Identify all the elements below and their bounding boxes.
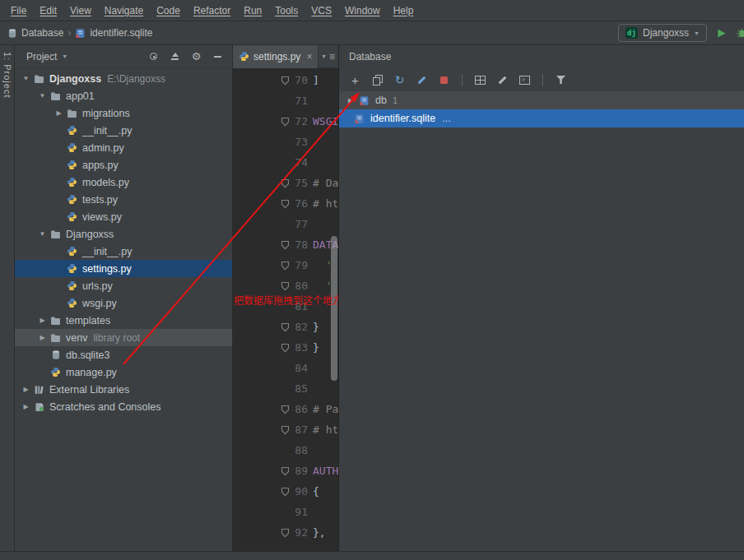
close-icon[interactable]: ×: [306, 51, 312, 62]
edit-icon[interactable]: [495, 73, 509, 87]
chevron-icon[interactable]: ▼: [20, 75, 32, 82]
menu-item-tools[interactable]: Tools: [269, 3, 304, 18]
menu-item-view[interactable]: View: [64, 3, 97, 18]
menu-item-vcs[interactable]: VCS: [305, 3, 337, 18]
menu-item-code[interactable]: Code: [151, 3, 186, 18]
chevron-icon[interactable]: ▶: [36, 317, 49, 324]
editor-line[interactable]: 86# Pass: [233, 399, 338, 419]
editor-line[interactable]: 91: [233, 502, 338, 522]
tree-item-external-libraries[interactable]: ▶External Libraries: [15, 381, 232, 398]
editor-line[interactable]: 70]: [233, 70, 338, 90]
line-number: 82: [291, 321, 308, 333]
tab-settings-py[interactable]: settings.py ×: [233, 45, 319, 68]
db-row-label: db: [375, 95, 387, 106]
editor-line[interactable]: 73: [233, 132, 338, 152]
chevron-icon[interactable]: ▶: [20, 403, 32, 410]
chevron-icon[interactable]: ▼: [36, 230, 49, 238]
tree-item-settings-py[interactable]: settings.py: [15, 260, 232, 277]
tree-item-manage-py[interactable]: manage.py: [15, 363, 232, 381]
editor-line[interactable]: 81: [233, 296, 338, 317]
editor-line[interactable]: 74: [233, 152, 338, 173]
hide-panel-icon[interactable]: [212, 50, 224, 62]
tree-item-migrations[interactable]: ▶migrations: [15, 104, 232, 122]
refresh-icon[interactable]: [393, 73, 407, 87]
project-panel-title[interactable]: Project: [26, 51, 57, 62]
editor-line[interactable]: 71: [233, 90, 338, 111]
python-file-icon: [65, 160, 79, 170]
chevron-right-icon[interactable]: ▶: [344, 97, 357, 104]
editor-line[interactable]: 77: [233, 214, 338, 234]
line-number: 92: [291, 526, 308, 539]
breadcrumb-database[interactable]: Database: [5, 25, 66, 40]
editor-line[interactable]: 83}: [233, 337, 338, 358]
tree-item-djangoxss[interactable]: ▼DjangoxssE:\Djangoxss: [15, 70, 232, 87]
tree-item-urls-py[interactable]: urls.py: [15, 277, 232, 294]
tree-item-wsgi-py[interactable]: wsgi.py: [15, 294, 232, 312]
chevron-icon[interactable]: ▶: [20, 386, 32, 393]
editor-line[interactable]: 90{: [233, 481, 338, 502]
tree-item-templates[interactable]: ▶templates: [15, 312, 232, 329]
debug-icon[interactable]: [736, 27, 744, 39]
tree-item-venv[interactable]: ▶venvlibrary root: [15, 329, 232, 346]
tree-item-views-py[interactable]: views.py: [15, 208, 232, 225]
console-icon[interactable]: [518, 73, 532, 87]
editor-line[interactable]: 76# http: [233, 193, 338, 214]
tree-item-label: __init__.py: [82, 125, 132, 137]
editor-line[interactable]: 78DATABA: [233, 234, 338, 255]
tree-item-app01[interactable]: ▼app01: [15, 87, 232, 104]
run-icon[interactable]: [716, 28, 727, 39]
menu-item-help[interactable]: Help: [388, 3, 420, 18]
editor-line[interactable]: 87# http: [233, 419, 338, 440]
menu-item-edit[interactable]: Edit: [34, 3, 63, 18]
scratches-icon: [32, 402, 46, 412]
tree-item-hint: E:\Djangoxss: [107, 73, 165, 85]
editor-scrollbar[interactable]: [331, 236, 337, 381]
editor-line[interactable]: 79 ': [233, 255, 338, 275]
project-panel-header: Project ▼ ⚙: [15, 45, 232, 68]
add-icon[interactable]: [348, 73, 362, 87]
editor-line[interactable]: 88: [233, 440, 338, 460]
loading-ellipsis: ...: [442, 113, 450, 124]
db-data-source-row[interactable]: ▶ db 1: [339, 91, 744, 109]
menu-item-navigate[interactable]: Navigate: [99, 3, 149, 18]
settings-gear-icon[interactable]: ⚙: [190, 50, 202, 62]
editor-tabs-menu[interactable]: ▼ ≡: [321, 51, 338, 62]
duplicate-icon[interactable]: [370, 73, 384, 87]
menu-item-refactor[interactable]: Refactor: [188, 3, 236, 18]
tree-item-init-py[interactable]: __init__.py: [15, 122, 232, 139]
project-toolwindow-button[interactable]: 1: Project: [2, 52, 12, 98]
breadcrumb-sqlite-file[interactable]: identifier.sqlite: [72, 25, 155, 40]
stop-icon[interactable]: [437, 73, 451, 87]
editor-line[interactable]: 89AUTH_P: [233, 460, 338, 481]
tree-item-admin-py[interactable]: admin.py: [15, 139, 232, 156]
tree-item-scratches-and-consoles[interactable]: ▶Scratches and Consoles: [15, 398, 232, 415]
editor-line[interactable]: 85: [233, 378, 338, 399]
run-configuration-select[interactable]: dj Djangoxss ▼: [618, 24, 707, 42]
chevron-icon[interactable]: ▶: [36, 334, 49, 341]
tree-item-tests-py[interactable]: tests.py: [15, 191, 232, 208]
editor-line[interactable]: 84: [233, 358, 338, 378]
menu-item-window[interactable]: Window: [339, 3, 386, 18]
properties-icon[interactable]: [415, 73, 429, 87]
editor-line[interactable]: 92},: [233, 522, 338, 543]
chevron-icon[interactable]: ▼: [36, 92, 49, 100]
tree-item-djangoxss[interactable]: ▼Djangoxss: [15, 225, 232, 243]
tree-item-label: tests.py: [82, 194, 118, 206]
chevron-icon[interactable]: ▶: [53, 109, 65, 117]
locate-file-icon[interactable]: [147, 50, 160, 62]
table-view-icon[interactable]: [473, 73, 487, 87]
menu-item-file[interactable]: File: [5, 3, 32, 18]
fold-marker-icon: [281, 261, 291, 271]
tree-item-db-sqlite3[interactable]: db.sqlite3: [15, 346, 232, 363]
editor-line[interactable]: 82}: [233, 317, 338, 337]
editor-line[interactable]: 72WSGI_A: [233, 111, 338, 132]
editor-line[interactable]: 75# Data: [233, 173, 338, 193]
collapse-all-icon[interactable]: [169, 50, 181, 62]
editor-line[interactable]: 80 ': [233, 275, 338, 296]
tree-item-models-py[interactable]: models.py: [15, 174, 232, 191]
tree-item-init-py[interactable]: __init__.py: [15, 243, 232, 260]
tree-item-apps-py[interactable]: apps.py: [15, 156, 232, 174]
filter-icon[interactable]: [554, 73, 568, 87]
menu-item-run[interactable]: Run: [238, 3, 267, 18]
identifier-sqlite-row[interactable]: identifier.sqlite ...: [339, 109, 744, 127]
